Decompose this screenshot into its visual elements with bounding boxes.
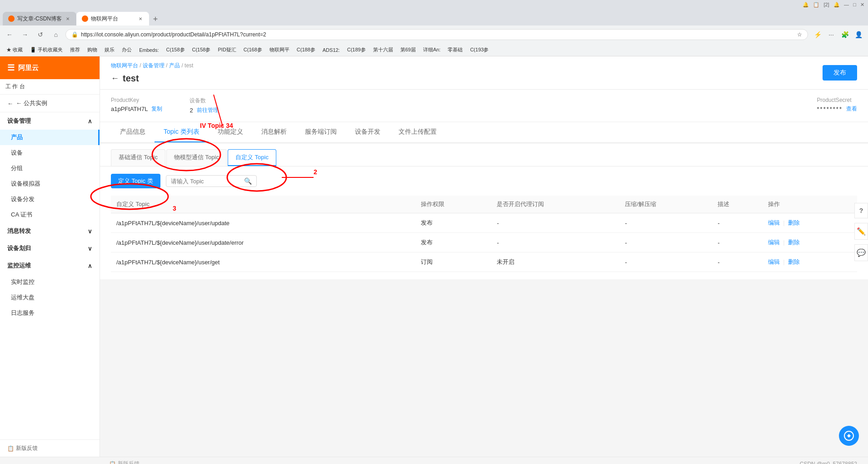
tab-topic-list[interactable]: Topic 类列表	[155, 122, 209, 142]
sub-tabs: 基础通信 Topic 物模型通信 Topic 自定义 Topic	[111, 149, 857, 166]
bookmark-zero[interactable]: 零基础	[445, 45, 465, 54]
breadcrumb-product[interactable]: 产品	[169, 62, 180, 69]
sidebar: ☰ 阿里云 工 作 台 ← ← 公共实例 设备管理 ∧ 产品	[0, 56, 100, 457]
hamburger-icon[interactable]: ☰	[7, 63, 15, 73]
sub-tab-custom[interactable]: 自定义 Topic	[228, 149, 276, 166]
sidebar-item-dashboard[interactable]: 运维大盘	[0, 290, 100, 305]
sidebar-item-logs[interactable]: 日志服务	[0, 305, 100, 321]
topic-area: 定义 Topic 类 🔍 自定义 Topic 操作权限 是否开启代理订阅 压缩/…	[100, 166, 868, 279]
tab-msg-parse[interactable]: 消息解析	[252, 122, 296, 142]
account-icon[interactable]: 👤	[853, 29, 864, 40]
bookmark-mobile[interactable]: 📱 手机收藏夹	[27, 45, 65, 54]
view-secret-button[interactable]: 查看	[846, 105, 857, 113]
copy-button[interactable]: 复制	[151, 105, 162, 113]
bookmark-69th[interactable]: 第69届	[398, 45, 419, 54]
bookmark-detail[interactable]: 详细An:	[420, 45, 444, 54]
breadcrumb-iot[interactable]: 物联网平台	[111, 62, 138, 69]
product-key-label: ProductKey	[111, 97, 162, 103]
search-icon[interactable]: 🔍	[244, 177, 252, 185]
bookmark-iot[interactable]: 物联网平	[267, 45, 292, 54]
extensions-icon[interactable]: 🧩	[839, 29, 851, 40]
tab-function-def[interactable]: 功能定义	[209, 122, 252, 142]
collapse-icon-monitor: ∧	[88, 262, 92, 269]
bookmark-recommend[interactable]: 推荐	[67, 45, 83, 54]
sub-tab-basic[interactable]: 基础通信 Topic	[111, 149, 165, 166]
edit-btn-3[interactable]: 编辑	[768, 258, 780, 265]
monitoring-section: 监控运维 ∧ 实时监控 运维大盘 日志服务	[0, 257, 100, 321]
sidebar-item-simulator[interactable]: 设备模拟器	[0, 176, 100, 192]
bookmark-entertainment[interactable]: 娱乐	[102, 45, 117, 54]
message-forwarding-header[interactable]: 消息转发 ∨	[0, 222, 100, 240]
breadcrumb-device-mgmt[interactable]: 设备管理	[143, 62, 165, 69]
bookmark-c158b[interactable]: C(158参	[190, 45, 214, 54]
page-back-arrow[interactable]: ←	[111, 74, 119, 83]
tab-file-upload[interactable]: 文件上传配置	[389, 122, 446, 142]
new-tab-button[interactable]: +	[149, 13, 162, 25]
tab-server-sub[interactable]: 服务端订阅	[296, 122, 346, 142]
bookmark-office[interactable]: 办公	[119, 45, 135, 54]
collapse-icon: ∧	[88, 118, 92, 125]
tab-aliyun[interactable]: 物联网平台 ✕	[76, 12, 149, 25]
address-bar[interactable]: 🔒 https://iot.console.aliyun.com/product…	[65, 29, 808, 40]
bookmark-c193[interactable]: C(193参	[467, 45, 491, 54]
tab-title-aliyun: 物联网平台	[91, 15, 118, 23]
bookmark-16th[interactable]: 第十六届	[370, 45, 396, 54]
bookmark-c188[interactable]: C(188参	[294, 45, 318, 54]
forward-button[interactable]: →	[19, 29, 31, 40]
device-management-header[interactable]: 设备管理 ∧	[0, 112, 100, 130]
footer-feedback[interactable]: 📋 新版反馈	[109, 460, 140, 464]
sidebar-item-device[interactable]: 设备	[0, 145, 100, 161]
topic-toolbar: 定义 Topic 类 🔍	[111, 174, 857, 188]
chat-float-button[interactable]: 💬	[854, 244, 868, 261]
bookmark-ads[interactable]: ADS12:	[320, 46, 343, 54]
lightning-icon[interactable]: ⚡	[812, 29, 823, 40]
new-version-feedback[interactable]: 📋 新版反馈	[0, 439, 100, 457]
edit-float-button[interactable]: ✏️	[854, 223, 868, 240]
sidebar-item-product[interactable]: 产品	[0, 130, 100, 145]
bookmark-c189[interactable]: C(189参	[344, 45, 369, 54]
toolbar-actions: ⚡ ··· 🧩 👤	[812, 29, 864, 40]
more-icon[interactable]: ···	[825, 29, 837, 40]
tab-device-dev[interactable]: 设备开发	[346, 122, 389, 142]
device-assignment-header[interactable]: 设备划归 ∨	[0, 240, 100, 257]
expand-icon-msg: ∨	[88, 228, 92, 235]
delete-btn-3[interactable]: 删除	[788, 258, 800, 265]
define-topic-button[interactable]: 定义 Topic 类	[111, 174, 160, 188]
back-button[interactable]: ←	[4, 29, 15, 40]
sidebar-item-distribution[interactable]: 设备分发	[0, 192, 100, 207]
goto-manage-button[interactable]: 前往管理	[197, 106, 219, 114]
delete-btn-1[interactable]: 删除	[788, 219, 800, 226]
home-button[interactable]: ⌂	[50, 29, 62, 40]
compress-3: -	[619, 252, 712, 272]
bookmarks-bar: ★ 收藏 📱 手机收藏夹 推荐 购物 娱乐 办公 Embeds: C(158参 …	[0, 44, 868, 56]
workbench-link[interactable]: 工 作 台	[5, 83, 25, 91]
product-secret-masked: ********	[817, 106, 843, 112]
delete-btn-2[interactable]: 删除	[788, 239, 800, 246]
sidebar-item-ca[interactable]: CA 证书	[0, 207, 100, 222]
sidebar-item-group[interactable]: 分组	[0, 161, 100, 176]
publish-button[interactable]: 发布	[823, 65, 857, 81]
sidebar-item-realtime[interactable]: 实时监控	[0, 274, 100, 290]
edit-btn-2[interactable]: 编辑	[768, 239, 780, 246]
topic-search-box[interactable]: 🔍	[166, 175, 257, 187]
ai-assistant-button[interactable]	[839, 426, 859, 446]
bookmark-c168[interactable]: C(168参	[241, 45, 265, 54]
edit-btn-1[interactable]: 编辑	[768, 219, 780, 226]
product-key-value-row: a1pPFtATH7L 复制	[111, 105, 162, 113]
tab-csdn[interactable]: 写文章-CSDN博客 ✕	[3, 12, 76, 25]
monitoring-header[interactable]: 监控运维 ∧	[0, 257, 100, 274]
topic-search-input[interactable]	[171, 178, 240, 185]
help-button[interactable]: ?	[854, 203, 868, 218]
breadcrumb-sep1: /	[140, 62, 143, 69]
bookmark-pid[interactable]: PID疑汇	[215, 45, 239, 54]
reload-button[interactable]: ↺	[35, 29, 46, 40]
tab-close-csdn[interactable]: ✕	[65, 15, 71, 22]
back-to-instances[interactable]: ← ← 公共实例	[0, 95, 100, 112]
bookmark-shopping[interactable]: 购物	[85, 45, 100, 54]
tab-product-info[interactable]: 产品信息	[111, 122, 155, 142]
bookmark-embeds[interactable]: Embeds:	[136, 46, 161, 54]
sub-tab-model[interactable]: 物模型通信 Topic	[166, 149, 227, 166]
bookmark-c158a[interactable]: C(158参	[164, 45, 188, 54]
tab-close-aliyun[interactable]: ✕	[137, 15, 144, 22]
bookmark-star[interactable]: ☆	[797, 31, 802, 38]
